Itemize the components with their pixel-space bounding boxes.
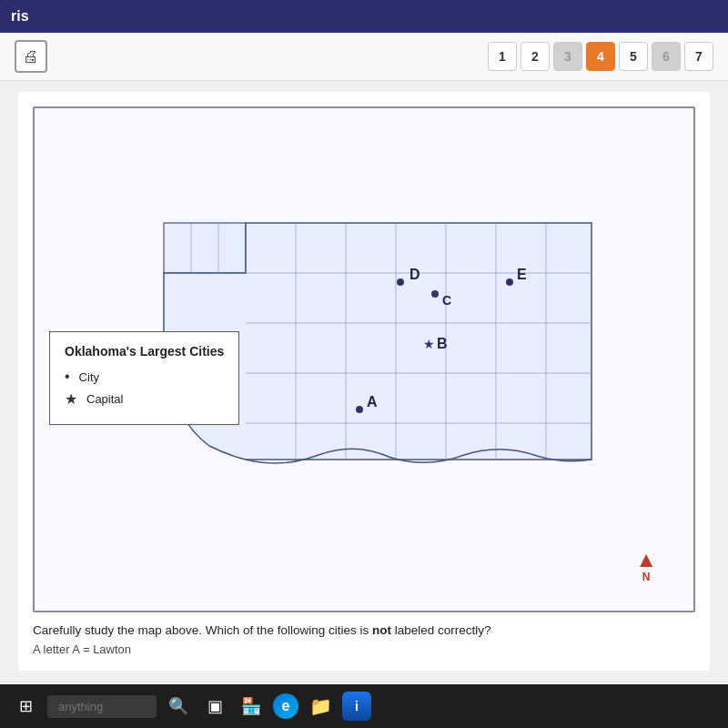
- tab-2[interactable]: 2: [521, 42, 550, 71]
- svg-text:D: D: [410, 267, 420, 282]
- svg-rect-0: [164, 223, 246, 273]
- taskbar: ⊞ 🔍 ▣ 🏪 e 📁 i: [0, 684, 728, 728]
- answer-choice-a: A letter A = Lawton: [33, 642, 695, 656]
- svg-point-15: [431, 290, 439, 298]
- question-emphasis: not: [372, 623, 391, 637]
- main-content: 🖨 1 2 3 4 5 6 7 Oklahoma's Largest Citie…: [0, 33, 728, 728]
- question-text-end: labeled correctly?: [391, 623, 491, 637]
- app-icon[interactable]: i: [342, 692, 371, 721]
- taskbar-search[interactable]: [47, 695, 157, 718]
- top-bar: ris: [0, 0, 728, 33]
- legend-title: Oklahoma's Largest Cities: [65, 343, 224, 359]
- tab-6: 6: [652, 42, 681, 71]
- svg-text:E: E: [517, 267, 527, 282]
- map-container: Oklahoma's Largest Cities • City ★ Capit…: [33, 106, 695, 612]
- city-dot-icon: •: [65, 369, 70, 385]
- tab-3: 3: [553, 42, 582, 71]
- legend-capital-label: Capital: [86, 392, 123, 406]
- question-text-start: Carefully study the map above. Which of …: [33, 623, 372, 637]
- start-button[interactable]: ⊞: [11, 692, 40, 721]
- question-tabs: 1 2 3 4 5 6 7: [488, 42, 713, 71]
- tab-4[interactable]: 4: [586, 42, 615, 71]
- north-arrow: ▲ N: [635, 549, 657, 583]
- svg-text:A: A: [367, 394, 378, 410]
- store-icon[interactable]: 🏪: [237, 692, 266, 721]
- task-view-icon[interactable]: ▣: [200, 692, 229, 721]
- quiz-area: Oklahoma's Largest Cities • City ★ Capit…: [18, 92, 710, 671]
- nav-bar: 🖨 1 2 3 4 5 6 7: [0, 33, 728, 81]
- svg-text:B: B: [437, 336, 448, 351]
- legend: Oklahoma's Largest Cities • City ★ Capit…: [49, 331, 239, 425]
- print-button[interactable]: 🖨: [15, 40, 47, 73]
- tab-1[interactable]: 1: [488, 42, 517, 71]
- svg-point-13: [397, 278, 404, 286]
- legend-city-label: City: [79, 370, 99, 384]
- capital-star-icon: ★: [65, 390, 77, 408]
- files-icon[interactable]: 📁: [306, 692, 335, 721]
- north-label: N: [642, 571, 651, 583]
- tab-7[interactable]: 7: [684, 42, 713, 71]
- legend-capital-item: ★ Capital: [65, 390, 224, 408]
- svg-text:★: ★: [423, 337, 435, 351]
- edge-browser-icon[interactable]: e: [273, 693, 298, 719]
- print-icon: 🖨: [23, 47, 39, 66]
- north-arrow-icon: ▲: [635, 549, 657, 571]
- search-taskbar-icon[interactable]: 🔍: [164, 692, 193, 721]
- svg-point-21: [356, 406, 363, 413]
- legend-city-item: • City: [65, 369, 224, 385]
- svg-text:C: C: [442, 293, 451, 308]
- svg-point-17: [506, 278, 513, 286]
- question-text: Carefully study the map above. Which of …: [33, 623, 695, 637]
- app-title: ris: [11, 8, 29, 25]
- tab-5[interactable]: 5: [619, 42, 648, 71]
